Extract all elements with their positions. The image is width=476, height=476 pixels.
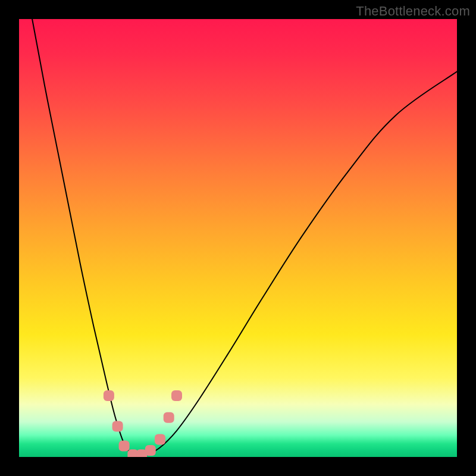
curve-marker xyxy=(155,434,165,445)
watermark-text: TheBottleneck.com xyxy=(356,4,470,19)
curve-marker xyxy=(164,412,174,423)
curve-marker xyxy=(104,390,114,401)
curve-marker xyxy=(112,421,123,432)
chart-frame: TheBottleneck.com xyxy=(0,0,476,476)
bottleneck-curve xyxy=(32,19,457,457)
curve-marker xyxy=(145,445,156,456)
curve-marker xyxy=(171,390,182,401)
marker-group xyxy=(104,390,182,457)
curve-marker xyxy=(119,441,130,452)
plot-area xyxy=(19,19,457,457)
curve-svg xyxy=(19,19,457,457)
